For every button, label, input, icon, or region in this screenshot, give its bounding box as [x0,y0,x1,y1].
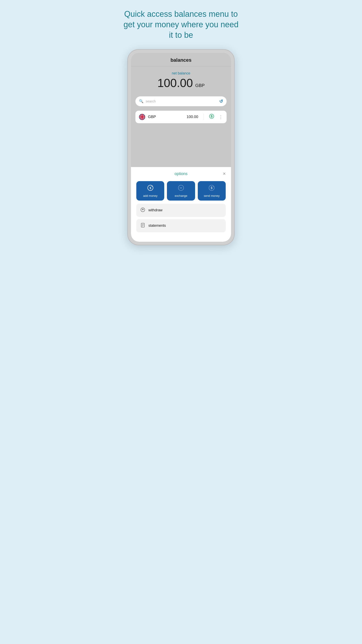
statements-icon [140,223,145,229]
screen-empty [131,127,231,167]
page-headline: Quick access balances menu to get your m… [118,9,244,40]
topup-icon[interactable]: $ [209,114,214,120]
search-container: 🔍 search ↺ [131,94,231,109]
currency-item-gbp[interactable]: GBP 100.00 $ ⋮ [135,111,227,123]
svg-text:↔: ↔ [179,186,183,190]
send-money-button[interactable]: $ → send money [198,181,226,200]
svg-text:$: $ [211,114,213,118]
refresh-icon[interactable]: ↺ [219,98,223,104]
options-panel: options × $ + [131,167,231,242]
withdraw-item[interactable]: withdraw [136,204,226,217]
withdraw-icon [140,207,145,213]
options-buttons-row: $ + add money ↔ [136,181,226,200]
balance-section: net balance 100.00 GBP [131,66,231,94]
currency-divider [204,114,204,120]
currency-amount: 100.00 [187,115,198,119]
options-header: options × [136,172,226,176]
svg-text:+: + [151,185,153,188]
exchange-button[interactable]: ↔ exchange [167,181,195,200]
options-title: options [175,172,187,176]
currency-code: GBP [148,115,184,119]
balance-display: 100.00 GBP [136,77,226,90]
add-money-label: add money [143,194,158,198]
balance-currency: GBP [195,83,205,88]
statements-item[interactable]: statements [136,219,226,232]
send-money-icon: $ → [209,185,215,192]
close-button[interactable]: × [223,171,226,176]
add-money-button[interactable]: $ + add money [136,181,164,200]
add-money-icon: $ + [147,185,153,192]
search-input[interactable]: search [146,99,217,103]
send-money-label: send money [204,194,220,198]
net-balance-label: net balance [136,71,226,75]
currency-list: GBP 100.00 $ ⋮ [131,109,231,127]
statements-label: statements [148,224,166,228]
svg-text:→: → [212,185,215,188]
screen-content: balances net balance 100.00 GBP 🔍 search [131,53,231,242]
search-bar[interactable]: 🔍 search ↺ [135,96,227,106]
app-title: balances [170,57,192,63]
more-options-icon[interactable]: ⋮ [219,114,223,120]
app-header: balances [131,53,231,66]
withdraw-label: withdraw [148,208,162,212]
page-container: Quick access balances menu to get your m… [118,9,244,245]
phone-frame: balances net balance 100.00 GBP 🔍 search [127,49,235,245]
search-icon: 🔍 [139,99,143,103]
gbp-flag-icon [139,114,145,120]
exchange-icon: ↔ [178,185,184,192]
svg-point-14 [142,209,143,210]
exchange-label: exchange [175,194,187,198]
phone-screen: balances net balance 100.00 GBP 🔍 search [131,53,231,242]
balance-amount: 100.00 [157,76,193,90]
